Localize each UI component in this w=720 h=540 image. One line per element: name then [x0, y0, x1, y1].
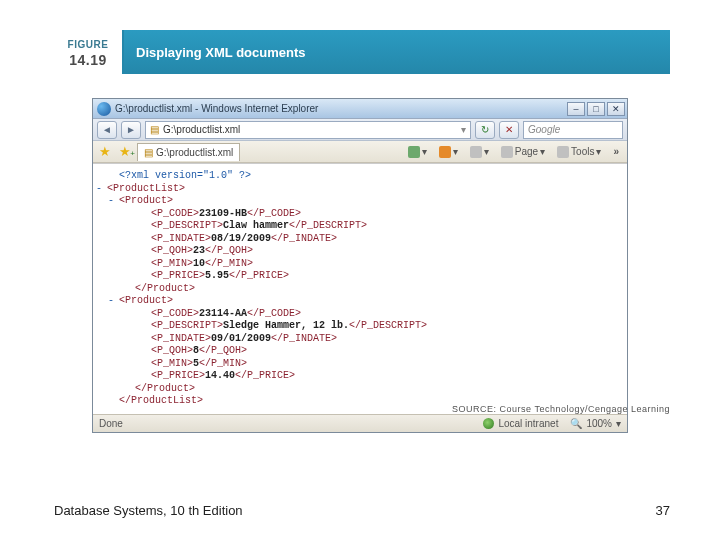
p-indate-2: <P_INDATE>09/01/2009</P_INDATE> — [107, 333, 617, 346]
navigation-bar: ◄ ► ▤ G:\productlist.xml ▾ ↻ ✕ Google — [93, 119, 627, 141]
product-open-2: - <Product> — [107, 295, 617, 308]
zoom-icon: 🔍 — [570, 418, 582, 429]
xml-file-icon: ▤ — [150, 124, 159, 135]
p-code-1: <P_CODE>23109-HB</P_CODE> — [107, 208, 617, 221]
p-indate-1: <P_INDATE>08/19/2009</P_INDATE> — [107, 233, 617, 246]
address-bar[interactable]: ▤ G:\productlist.xml ▾ — [145, 121, 471, 139]
figure-header: FIGURE 14.19 Displaying XML documents — [54, 30, 670, 74]
page-menu[interactable]: Page ▾ — [497, 143, 549, 161]
window-titlebar: G:\productlist.xml - Windows Internet Ex… — [93, 99, 627, 119]
page-icon — [501, 146, 513, 158]
figure-number: 14.19 — [62, 51, 114, 69]
refresh-button[interactable]: ↻ — [475, 121, 495, 139]
figure-label: FIGURE — [62, 38, 114, 51]
status-bar: Done Local intranet 🔍 100% ▾ — [93, 414, 627, 432]
back-button[interactable]: ◄ — [97, 121, 117, 139]
zoom-control[interactable]: 🔍 100% ▾ — [570, 418, 621, 429]
chevron-down-icon[interactable]: ▾ — [461, 124, 466, 135]
p-min-1: <P_MIN>10</P_MIN> — [107, 258, 617, 271]
tools-menu[interactable]: Tools ▾ — [553, 143, 605, 161]
collapse-icon[interactable]: - — [108, 295, 119, 308]
close-button[interactable]: ✕ — [607, 102, 625, 116]
window-buttons: – □ ✕ — [567, 102, 625, 116]
p-qoh-1: <P_QOH>23</P_QOH> — [107, 245, 617, 258]
search-box[interactable]: Google — [523, 121, 623, 139]
stop-button[interactable]: ✕ — [499, 121, 519, 139]
footer-book-title: Database Systems, 10 th Edition — [54, 503, 243, 518]
xml-viewport: <?xml version="1.0" ?> - <ProductList> -… — [93, 163, 627, 414]
address-text: G:\productlist.xml — [163, 124, 240, 135]
product-close-1: </Product> — [107, 283, 617, 296]
p-price-1: <P_PRICE>5.95</P_PRICE> — [107, 270, 617, 283]
ie-icon — [97, 102, 111, 116]
favorites-star-icon[interactable]: ★ — [97, 144, 113, 160]
zone-icon — [483, 418, 494, 429]
chevron-more[interactable]: » — [609, 143, 623, 160]
print-button[interactable]: ▾ — [466, 143, 493, 161]
p-code-2: <P_CODE>23114-AA</P_CODE> — [107, 308, 617, 321]
toolbar: ★ ★+ ▤ G:\productlist.xml ▾ ▾ ▾ Page ▾ T… — [93, 141, 627, 163]
collapse-icon[interactable]: - — [108, 195, 119, 208]
status-done: Done — [99, 418, 123, 429]
source-credit: SOURCE: Course Technology/Cengage Learni… — [452, 404, 670, 414]
p-price-2: <P_PRICE>14.40</P_PRICE> — [107, 370, 617, 383]
chevron-down-icon: ▾ — [616, 418, 621, 429]
maximize-button[interactable]: □ — [587, 102, 605, 116]
browser-tab[interactable]: ▤ G:\productlist.xml — [137, 143, 240, 161]
search-placeholder: Google — [528, 124, 560, 135]
root-open: - <ProductList> — [107, 183, 617, 196]
p-descript-2: <P_DESCRIPT>Sledge Hammer, 12 lb.</P_DES… — [107, 320, 617, 333]
p-descript-1: <P_DESCRIPT>Claw hammer</P_DESCRIPT> — [107, 220, 617, 233]
slide: FIGURE 14.19 Displaying XML documents G:… — [0, 0, 720, 540]
add-favorites-icon[interactable]: ★+ — [117, 144, 133, 160]
gear-icon — [557, 146, 569, 158]
forward-button[interactable]: ► — [121, 121, 141, 139]
xml-declaration: <?xml version="1.0" ?> — [107, 170, 617, 183]
product-open-1: - <Product> — [107, 195, 617, 208]
figure-label-box: FIGURE 14.19 — [54, 30, 124, 74]
status-right: Local intranet 🔍 100% ▾ — [483, 418, 621, 429]
p-qoh-2: <P_QOH>8</P_QOH> — [107, 345, 617, 358]
home-icon — [408, 146, 420, 158]
zone-label: Local intranet — [498, 418, 558, 429]
zoom-value: 100% — [586, 418, 612, 429]
tools-label: Tools — [571, 146, 594, 157]
product-close-2: </Product> — [107, 383, 617, 396]
p-min-2: <P_MIN>5</P_MIN> — [107, 358, 617, 371]
window-title: G:\productlist.xml - Windows Internet Ex… — [115, 103, 567, 114]
tab-file-icon: ▤ — [144, 147, 153, 158]
security-zone[interactable]: Local intranet — [483, 418, 558, 429]
figure-title: Displaying XML documents — [136, 45, 306, 60]
tab-label: G:\productlist.xml — [156, 147, 233, 158]
feeds-button[interactable]: ▾ — [435, 143, 462, 161]
toolbar-right: ▾ ▾ ▾ Page ▾ Tools ▾ » — [404, 143, 623, 161]
feeds-icon — [439, 146, 451, 158]
page-label: Page — [515, 146, 538, 157]
print-icon — [470, 146, 482, 158]
collapse-icon[interactable]: - — [96, 183, 107, 196]
minimize-button[interactable]: – — [567, 102, 585, 116]
home-button[interactable]: ▾ — [404, 143, 431, 161]
footer-page-number: 37 — [656, 503, 670, 518]
browser-window: G:\productlist.xml - Windows Internet Ex… — [92, 98, 628, 433]
